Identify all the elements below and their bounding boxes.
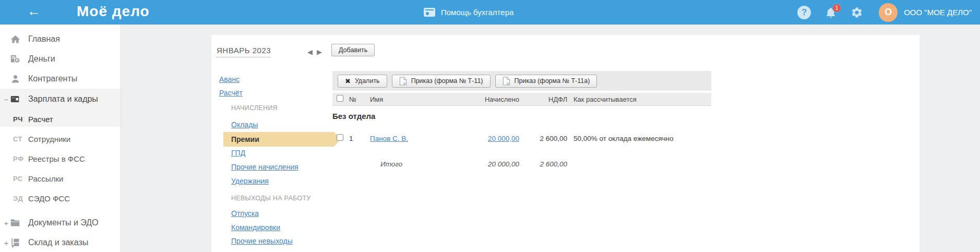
help-icon[interactable]: ? — [797, 6, 811, 19]
notification-badge: 1 — [832, 4, 841, 13]
sidebar-item-contractors[interactable]: Контрагенты — [0, 71, 121, 86]
sidebar-subitem-raschet[interactable]: РЧ Расчет — [0, 112, 121, 126]
sidebar-subitem-sedo-fss[interactable]: ЭД СЭДО ФСС — [0, 191, 121, 206]
nav-link-raschet[interactable]: Расчёт — [219, 89, 243, 97]
department-group-title: Без отдела — [332, 112, 375, 121]
sidebar-item-money[interactable]: Деньги — [0, 52, 121, 66]
table-row: 1 Панов С. В. 20 000,00 2 600,00 50,00% … — [332, 130, 711, 146]
row-checkbox[interactable] — [337, 134, 343, 141]
total-label: Итого — [370, 160, 472, 168]
person-icon — [9, 73, 21, 85]
sidebar-subitem-mailings[interactable]: РС Рассылки — [0, 171, 121, 186]
nav-section-absences: НЕВЫХОДЫ НА РАБОТУ — [231, 195, 311, 202]
document-icon — [399, 77, 407, 86]
nav-link-avans[interactable]: Аванс — [219, 75, 240, 83]
main-content-card: ЯНВАРЬ 2023 ◀ ▶ Добавить Аванс Расчёт НА… — [211, 35, 919, 252]
avatar[interactable]: O — [879, 3, 898, 22]
accountant-help-button[interactable]: Помощь бухгалтера — [424, 0, 513, 25]
nav-link-gpd[interactable]: ГПД — [231, 149, 245, 157]
nav-link-vacations[interactable]: Отпуска — [231, 209, 259, 218]
money-icon — [9, 53, 21, 65]
sidebar-subitem-employees[interactable]: СТ Сотрудники — [0, 131, 121, 146]
app-logo[interactable]: Моё дело — [77, 3, 150, 20]
warehouse-cart-icon — [9, 236, 21, 249]
sidebar-item-warehouse[interactable]: + Склад и заказы — [0, 235, 121, 250]
delete-button[interactable]: ✖ Удалить — [338, 75, 387, 88]
sidebar: Главная Деньги Контрагенты − — [0, 25, 121, 252]
top-header-bar: ← Моё дело Помощь бухгалтера ? 1 O ООО "… — [0, 0, 980, 25]
nav-link-deductions[interactable]: Удержания — [231, 177, 269, 185]
sidebar-item-documents[interactable]: + Документы и ЭДО — [0, 215, 121, 230]
nav-link-bonuses-selected[interactable]: Премии — [223, 132, 334, 147]
settings-button[interactable] — [851, 6, 863, 19]
document-icon — [503, 77, 510, 86]
employee-link[interactable]: Панов С. В. — [370, 135, 408, 142]
nav-link-other-absences[interactable]: Прочие невыходы — [231, 237, 293, 245]
salary-icon — [9, 93, 21, 105]
home-icon — [9, 33, 21, 45]
calc-method: 50,00% от оклада ежемесячно — [567, 135, 711, 142]
folder-icon — [9, 217, 21, 229]
accountant-help-icon — [424, 8, 435, 17]
table-toolbar: ✖ Удалить Приказ (форма № Т-11) Приказ (… — [332, 71, 711, 91]
totals-row: Итого 20 000,00 2 600,00 — [332, 157, 711, 171]
prev-month-icon[interactable]: ◀ — [307, 48, 313, 56]
col-ndfl: НДФЛ — [519, 95, 567, 103]
back-arrow-icon[interactable]: ← — [27, 3, 41, 19]
select-all-checkbox[interactable] — [337, 95, 343, 102]
total-ndfl: 2 600,00 — [519, 160, 567, 168]
total-accrued: 20 000,00 — [472, 160, 519, 168]
notifications-button[interactable]: 1 — [824, 6, 837, 19]
col-accrued: Начислено — [472, 95, 519, 103]
sidebar-item-home[interactable]: Главная — [0, 32, 121, 46]
delete-x-icon: ✖ — [345, 77, 351, 85]
sidebar-item-salary[interactable]: − Зарплата и кадры — [0, 92, 121, 106]
next-month-icon[interactable]: ▶ — [317, 48, 322, 56]
add-button[interactable]: Добавить — [331, 44, 375, 56]
accrued-amount-link[interactable]: 20 000,00 — [488, 135, 519, 142]
order-t11-button[interactable]: Приказ (форма № Т-11) — [392, 75, 491, 88]
period-selector[interactable]: ЯНВАРЬ 2023 — [217, 46, 271, 57]
accountant-help-label: Помощь бухгалтера — [441, 8, 513, 17]
gear-icon — [851, 6, 863, 19]
row-number: 1 — [349, 135, 370, 142]
col-calc: Как рассчитывается — [567, 95, 711, 103]
org-name[interactable]: ООО "МОЕ ДЕЛО" — [904, 8, 972, 17]
col-name: Имя — [370, 95, 472, 103]
sidebar-subitem-fss-registers[interactable]: РФ Реестры в ФСС — [0, 151, 121, 166]
nav-link-business-trips[interactable]: Командировки — [231, 223, 280, 232]
order-t11a-button[interactable]: Приказ (форма № Т-11а) — [495, 75, 597, 88]
col-num: № — [349, 95, 370, 103]
ndfl-amount: 2 600,00 — [519, 135, 567, 142]
nav-link-other-accruals[interactable]: Прочие начисления — [231, 163, 298, 171]
table-header: № Имя Начислено НДФЛ Как рассчитывается — [332, 93, 711, 106]
nav-section-accruals: НАЧИСЛЕНИЯ — [231, 104, 278, 112]
header-actions: ? 1 O ООО "МОЕ ДЕЛО" — [797, 0, 972, 25]
nav-link-salaries[interactable]: Оклады — [231, 121, 258, 129]
